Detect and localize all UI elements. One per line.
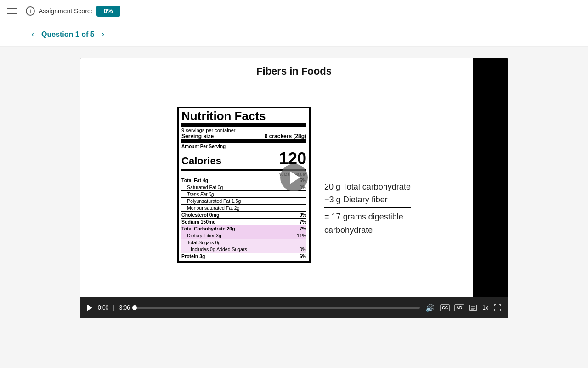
nutrition-row-total-carb: Total Carbohydrate 20g7%	[181, 225, 306, 232]
question-counter: Question 1 of 5	[41, 30, 95, 39]
assignment-score-label: Assignment Score:	[39, 7, 93, 15]
nutrition-row-trans-fat: Trans Fat 0g	[181, 190, 306, 197]
nav-bar: ‹ Question 1 of 5 ›	[0, 22, 588, 47]
next-question-button[interactable]: ›	[98, 28, 108, 41]
main-content: © Macmillan Learning Fibers in Foods Nut…	[0, 47, 588, 329]
nutrition-row-added-sugars: Includes 0g Added Sugars0%	[181, 246, 306, 253]
annotation-line1: 20 g Total carbohydrate	[324, 182, 411, 191]
video-display-area: © Macmillan Learning Fibers in Foods Nut…	[80, 58, 508, 297]
nutrition-row-mono-fat: Monounsaturated Fat 2g	[181, 204, 306, 211]
serving-size-label: Serving size	[181, 133, 214, 139]
calories-label: Calories	[181, 155, 221, 167]
play-icon	[87, 305, 92, 311]
serving-size-value: 6 crackers (28g)	[265, 133, 306, 139]
time-current: 0:00	[98, 305, 108, 311]
video-title: Fibers in Foods	[115, 58, 473, 82]
speed-control[interactable]: 1x	[482, 305, 488, 311]
annotation-line4: carbohydrate	[324, 225, 373, 235]
time-separator: |	[113, 305, 114, 311]
transcript-icon	[469, 304, 477, 311]
header: i Assignment Score: 0%	[0, 0, 588, 22]
nutrition-row-protein: Protein 3g6%	[181, 253, 306, 259]
nutrition-row-total-sugars: Total Sugars 0g	[181, 239, 306, 246]
serving-size-row: Serving size 6 crackers (28g)	[181, 133, 306, 139]
calories-section: Amount Per Serving Calories 120	[181, 139, 306, 169]
ad-button[interactable]: AD	[454, 304, 464, 311]
transcript-button[interactable]	[469, 304, 478, 311]
nutrition-row-cholesterol: Cholesterol 0mg0%	[181, 211, 306, 218]
menu-icon[interactable]	[7, 6, 18, 17]
nutrition-row-poly-fat: Polyunsaturated Fat 1.5g	[181, 197, 306, 204]
video-controls-bar: 0:00 | 3:06 🔊 CC AD	[80, 297, 508, 318]
nutrition-row-dietary-fiber: Dietary Fiber 3g11%	[181, 232, 306, 239]
right-sidebar	[473, 58, 508, 297]
nutrition-facts-title: Nutrition Facts	[181, 110, 306, 122]
nutrition-row-sodium: Sodium 150mg7%	[181, 218, 306, 225]
video-content-area: Fibers in Foods Nutrition Facts 9 servin…	[80, 58, 508, 297]
annotation-line3: = 17 grams digestible	[324, 212, 403, 221]
fullscreen-icon	[494, 304, 501, 311]
progress-bar[interactable]	[135, 307, 420, 309]
play-triangle-icon	[290, 171, 300, 184]
servings-per-container: 9 servings per container	[181, 123, 306, 133]
video-player: © Macmillan Learning Fibers in Foods Nut…	[80, 58, 508, 318]
time-total: 3:06	[119, 305, 130, 311]
play-button-overlay[interactable]	[280, 164, 308, 191]
cc-button[interactable]: CC	[440, 304, 450, 311]
info-icon[interactable]: i	[26, 6, 35, 16]
side-annotation: 20 g Total carbohydrate −3 g Dietary fib…	[324, 107, 411, 237]
prev-question-button[interactable]: ‹	[28, 28, 38, 41]
score-badge: 0%	[96, 6, 120, 17]
volume-button[interactable]: 🔊	[424, 304, 435, 312]
annotation-line2: −3 g Dietary fiber	[324, 193, 411, 208]
fullscreen-button[interactable]	[493, 304, 502, 311]
play-pause-button[interactable]	[86, 305, 93, 311]
amount-per-label: Amount Per Serving	[181, 144, 306, 149]
volume-icon: 🔊	[425, 304, 435, 312]
progress-dot	[132, 305, 137, 310]
